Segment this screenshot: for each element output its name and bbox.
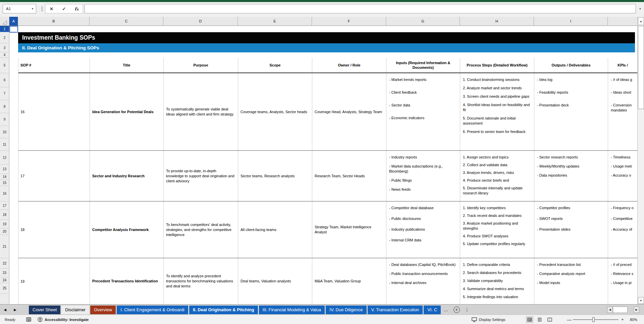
cell-kpis[interactable]: - # of preced- Relevance s- Usage in pi <box>608 258 637 304</box>
select-all-corner[interactable] <box>0 17 9 26</box>
sheet-tab-vi-clipped[interactable]: VI. C <box>424 306 441 314</box>
scroll-down-icon[interactable]: ▼ <box>638 297 644 304</box>
cell-sop-number[interactable]: 16 <box>18 73 90 150</box>
page-layout-view-icon[interactable] <box>536 316 543 323</box>
zoom-out-icon[interactable]: — <box>567 315 572 324</box>
cell-outputs[interactable]: - Competitor profiles- SWOT reports- Pre… <box>534 201 608 258</box>
zoom-level[interactable]: 80% <box>630 315 637 324</box>
cell-inputs[interactable]: - Market trends reports- Client feedback… <box>386 73 460 150</box>
selected-cell-a1[interactable] <box>9 26 18 33</box>
horizontal-scroll-track[interactable] <box>628 307 634 313</box>
cell-process-steps[interactable]: 1. Conduct brainstorming sessions2. Anal… <box>460 73 534 150</box>
sheet-tab-client-engagement[interactable]: I. Client Engagement & Onboardi <box>117 306 188 314</box>
cell-purpose[interactable]: To systematically generate viable deal i… <box>164 73 238 150</box>
column-header-b[interactable]: B <box>18 17 90 26</box>
cell-purpose[interactable]: To provide up-to-date, in-depth knowledg… <box>164 151 238 201</box>
section-banner[interactable]: II. Deal Origination & Pitching SOPs <box>18 43 635 52</box>
cell-title[interactable]: Sector and Industry Research <box>90 151 164 201</box>
cell-kpis[interactable]: - # of ideas g- Ideas short- Conversion … <box>608 73 637 150</box>
column-header-h[interactable]: H <box>460 17 534 26</box>
sheet-tab-transaction-execution[interactable]: V. Transaction Execution <box>368 306 423 314</box>
header-inputs[interactable]: Inputs (Required Information & Documents… <box>386 58 460 73</box>
cell-sop-number[interactable]: 18 <box>18 201 90 258</box>
enter-icon[interactable]: ✓ <box>62 6 66 11</box>
display-settings-button[interactable]: Display Settings <box>472 315 505 324</box>
formula-bar-expand-icon[interactable]: ▾ <box>637 4 643 13</box>
vertical-scroll-thumb[interactable] <box>638 26 644 109</box>
add-sheet-icon[interactable]: + <box>453 307 460 313</box>
cell-outputs[interactable]: - Sector research reports- Weekly/Monthl… <box>534 151 608 201</box>
header-process-steps[interactable]: Process Steps (Detailed Workflow) <box>460 58 534 73</box>
cell-owner[interactable]: Strategy Team, Market Intelligence Analy… <box>312 201 386 258</box>
column-header-e[interactable]: E <box>238 17 312 26</box>
zoom-slider-thumb[interactable] <box>592 317 595 322</box>
cell-title[interactable]: Competitor Analysis Framework <box>90 201 164 258</box>
sheet-tab-due-diligence[interactable]: IV. Due Diligence <box>326 306 366 314</box>
cell-purpose[interactable]: To benchmark competitors' deal activity,… <box>164 201 238 258</box>
column-header-i[interactable]: I <box>534 17 608 26</box>
header-kpis[interactable]: KPIs / <box>608 58 637 73</box>
sheet-tab-deal-origination-active[interactable]: II. Deal Origination & Pitching <box>189 306 258 314</box>
sheet-tab-financial-modeling[interactable]: III. Financial Modeling & Valua <box>259 306 325 314</box>
cell-kpis[interactable]: - Frequency o- Competitive- Accuracy of <box>608 201 637 258</box>
column-header-c[interactable]: C <box>90 17 163 26</box>
cancel-icon[interactable]: ✕ <box>50 6 53 11</box>
sheet-tab-cover-sheet[interactable]: Cover Sheet <box>29 306 60 314</box>
cell-process-steps[interactable]: 1. Identify key competitors2. Track rece… <box>460 201 534 258</box>
cell-inputs[interactable]: - Competitor deal database- Public discl… <box>386 201 460 258</box>
cell-title[interactable]: Idea Generation for Potential Deals <box>90 73 164 150</box>
cell-outputs[interactable]: - Idea log- Feasibility reports- Present… <box>534 73 608 150</box>
column-header-d[interactable]: D <box>163 17 238 26</box>
tab-scroll-right-icon[interactable]: ▶ <box>10 308 20 312</box>
zoom-slider-track[interactable] <box>573 319 619 320</box>
column-header-a[interactable]: A <box>9 17 18 26</box>
horizontal-scrollbar[interactable]: ◀ ▶ <box>607 306 639 313</box>
cell-owner[interactable]: M&A Team, Valuation Group <box>312 258 386 304</box>
header-scope[interactable]: Scope <box>238 58 312 73</box>
name-box-dropdown-icon[interactable]: ▾ <box>29 7 36 10</box>
cell-process-steps[interactable]: 1. Assign sectors and topics2. Collect a… <box>460 151 534 201</box>
zoom-in-icon[interactable]: + <box>621 315 624 324</box>
cell-title[interactable]: Precedent Transactions Identification <box>90 258 164 304</box>
header-sop-number[interactable]: SOP # <box>18 58 90 73</box>
cell-kpis[interactable]: - Timeliness- Usage metr- Accuracy o <box>608 151 637 201</box>
scroll-up-icon[interactable]: ▲ <box>638 17 644 25</box>
name-box[interactable]: A1 ▾ <box>3 4 36 13</box>
cell-purpose[interactable]: To identify and analyze precedent transa… <box>164 258 238 304</box>
normal-view-icon[interactable] <box>526 316 533 323</box>
cell-sop-number[interactable]: 17 <box>18 151 90 201</box>
formula-bar[interactable] <box>85 4 636 13</box>
cell-scope[interactable]: Coverage teams, Analysts, Sector heads <box>238 73 312 150</box>
workbook-title-banner[interactable]: Investment Banking SOPs <box>18 32 635 43</box>
column-header-g[interactable]: G <box>386 17 460 26</box>
cell-inputs[interactable]: - Industry reports- Market data subscrip… <box>386 151 460 201</box>
cell-sop-number[interactable]: 19 <box>18 258 90 304</box>
sheet-tab-overview[interactable]: Overview <box>90 306 116 314</box>
accessibility-status[interactable]: Accessibility: Investigate <box>38 315 89 324</box>
macro-record-icon[interactable] <box>26 315 31 324</box>
cell-scope[interactable]: All client-facing teams <box>238 201 312 258</box>
tab-overflow-icon[interactable]: … <box>444 307 448 312</box>
header-title[interactable]: Title <box>90 58 164 73</box>
horizontal-scroll-thumb[interactable] <box>613 307 628 313</box>
cell-owner[interactable]: Research Team, Sector Heads <box>312 151 386 201</box>
row-gutter[interactable]: 1234567891011121314151617181920212223242… <box>0 26 9 304</box>
header-owner-role[interactable]: Owner / Role <box>312 58 386 73</box>
insert-function-icon[interactable]: fx <box>74 6 78 11</box>
cell-outputs[interactable]: - Precedent transaction list- Comparativ… <box>534 258 608 304</box>
tab-menu-icon[interactable]: ⋮ <box>465 307 470 312</box>
header-outputs[interactable]: Outputs / Deliverables <box>534 58 608 73</box>
cell-inputs[interactable]: - Deal databases (Capital IQ, PitchBook)… <box>386 258 460 304</box>
cell-scope[interactable]: Sector teams, Research analysts <box>238 151 312 201</box>
cell-scope[interactable]: Deal teams, Valuation analysts <box>238 258 312 304</box>
vertical-scrollbar[interactable]: ▲ ▼ <box>637 17 644 304</box>
scroll-right-icon[interactable]: ▶ <box>634 307 639 313</box>
column-header-j-partial[interactable] <box>608 17 637 26</box>
page-break-preview-icon[interactable] <box>546 316 553 323</box>
scroll-left-icon[interactable]: ◀ <box>607 307 613 313</box>
column-header-f[interactable]: F <box>312 17 386 26</box>
cell-process-steps[interactable]: 1. Define comparable criteria2. Search d… <box>460 258 534 304</box>
tab-scroll-left-icon[interactable]: ◀ <box>0 308 10 312</box>
cell-owner[interactable]: Coverage Head, Analysts, Strategy Team <box>312 73 386 150</box>
header-purpose[interactable]: Purpose <box>164 58 238 73</box>
